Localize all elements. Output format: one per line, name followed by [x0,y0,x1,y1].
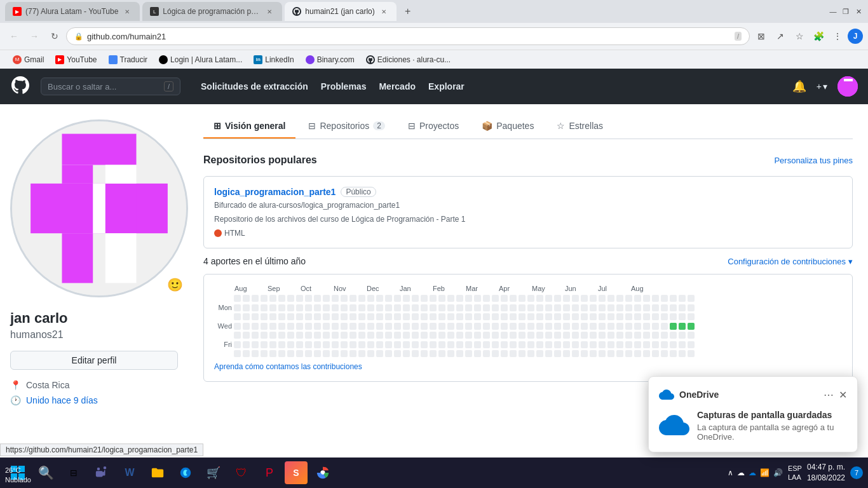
forward-button[interactable]: → [25,27,43,45]
tab-youtube[interactable]: ▶ (77) Alura Latam - YouTube ✕ [5,2,140,21]
address-slash: / [735,32,742,41]
nav-issues[interactable]: Problemas [316,78,372,95]
tab-github[interactable]: humain21 (jan carlo) ✕ [285,2,396,21]
github-logo[interactable] [10,75,31,98]
bookmark-linkedin[interactable]: in LinkedIn [248,54,299,65]
explorer-app[interactable] [145,460,170,485]
tab-projects[interactable]: ⊟ Proyectos [398,114,469,139]
browser-profile-avatar[interactable]: J [848,29,863,44]
contrib-cell [456,332,463,339]
taskview-app[interactable]: ⊟ [61,460,86,485]
tab-packages[interactable]: 📦 Paquetes [471,114,544,139]
github-tab-favicon [292,7,301,16]
contrib-cell [661,313,668,320]
nav-pull-requests[interactable]: Solicitudes de extracción [196,78,313,95]
github-tab-close[interactable]: ✕ [379,6,389,17]
contrib-cell [474,350,481,357]
close-button[interactable]: ✕ [854,7,863,16]
minimize-button[interactable]: — [829,7,837,16]
pinterest-app[interactable]: P [257,460,282,485]
contributions-footer-link[interactable]: Aprenda cómo contamos las contribuciones [214,362,842,371]
chevron-down-icon: ▾ [823,81,827,92]
contrib-cell [599,332,606,339]
wifi-icon[interactable]: 📶 [760,468,770,477]
word-app[interactable]: W [117,460,142,485]
create-new-button[interactable]: + ▾ [811,79,832,94]
bookmark-star-icon[interactable]: ☆ [790,27,808,45]
profile-avatar-large [10,119,188,297]
back-button[interactable]: ← [5,27,23,45]
contrib-cell [483,304,490,311]
contrib-cell [607,332,614,339]
tab-stars[interactable]: ☆ Estrellas [546,114,613,139]
notification-menu-icon[interactable]: ⋯ [824,389,834,401]
onedrive-tray-icon[interactable]: ☁ [749,468,756,477]
repo-card-logica: logica_programacion_parte1 Público Bifur… [203,176,853,248]
contributions-settings-link[interactable]: Configuración de contribuciones ▾ [728,257,853,266]
contrib-cell [536,341,543,348]
store-app[interactable]: 🛒 [201,460,226,485]
search-taskbar-app[interactable]: 🔍 [33,460,58,485]
logica-tab-favicon: L [150,7,159,16]
teams-app[interactable] [89,460,114,485]
contrib-cell [492,350,499,357]
contrib-cell [652,323,659,330]
tab-overview[interactable]: ⊞ Visión general [203,114,295,139]
security-app[interactable]: 🛡 [229,460,254,485]
tab-logica[interactable]: L Lógica de programación parte 1: ✕ [142,2,282,21]
contrib-cell [590,332,597,339]
contrib-cells-wed [234,323,695,330]
github-search[interactable]: Buscar o saltar a... / [41,78,180,95]
bookmark-youtube[interactable]: ▶ YouTube [50,54,102,65]
bookmark-alura[interactable]: Login | Alura Latam... [154,54,247,65]
contrib-cell [341,295,348,302]
chrome-app[interactable] [310,460,336,485]
extensions-icon[interactable]: 🧩 [810,27,827,45]
bookmark-translate[interactable]: Traducir [104,54,153,65]
tray-expand-icon[interactable]: ∧ [728,468,733,477]
contrib-cell [688,350,695,357]
contrib-cell [412,350,419,357]
datetime-display[interactable]: 04:47 p. m. 18/08/2022 [807,462,845,484]
gmail-favicon: M [13,55,22,64]
share-icon[interactable]: ↗ [771,27,789,45]
notifications-button[interactable]: 🔔 [792,79,806,93]
bookmark-binary[interactable]: Binary.com [301,54,360,65]
customize-pins-link[interactable]: Personaliza tus pines [774,156,853,165]
repos-section-title: Repositorios populares [203,154,317,166]
contrib-cell [527,332,534,339]
joined-link[interactable]: Unido hace 9 días [26,395,98,405]
contrib-cell [563,341,570,348]
github-user-avatar[interactable] [837,76,858,97]
notification-text-title: Capturas de pantalla guardadas [697,410,847,420]
edit-profile-button[interactable]: Editar perfil [10,351,178,370]
contrib-cell [394,341,401,348]
address-bar[interactable]: 🔒 github.com/humain21 / [66,27,750,45]
contrib-cell [376,323,383,330]
maximize-button[interactable]: ❐ [841,7,850,16]
volume-icon[interactable]: 🔊 [773,468,783,477]
onedrive-logo-icon [659,387,674,402]
more-icon[interactable]: ⋮ [829,27,846,45]
notification-count-badge[interactable]: 7 [850,466,863,479]
nav-marketplace[interactable]: Mercado [374,78,421,95]
youtube-tab-close[interactable]: ✕ [122,6,132,17]
contrib-cell [358,323,365,330]
tab-repositories[interactable]: ⊟ Repositorios 2 [298,114,395,139]
repo-name-link[interactable]: logica_programacion_parte1 [214,187,336,197]
nav-explore[interactable]: Explorar [423,78,470,95]
weather-temp: 26°C [5,466,21,474]
edge-app[interactable] [173,460,198,485]
refresh-button[interactable]: ↻ [46,27,64,45]
contrib-cell [536,332,543,339]
contrib-cell [563,350,570,357]
deezer-app[interactable]: S [285,461,308,484]
contrib-cell [323,332,330,339]
bookmark-ediciones[interactable]: Ediciones · alura-cu... [361,54,456,65]
notification-text-desc: La captura de pantalla se agregó a tu On… [697,423,847,442]
bookmark-gmail[interactable]: M Gmail [8,54,49,65]
notification-close-icon[interactable]: ✕ [839,389,847,401]
screen-reader-icon[interactable]: ⊠ [752,27,770,45]
new-tab-button[interactable]: + [399,3,417,20]
logica-tab-close[interactable]: ✕ [264,6,275,17]
